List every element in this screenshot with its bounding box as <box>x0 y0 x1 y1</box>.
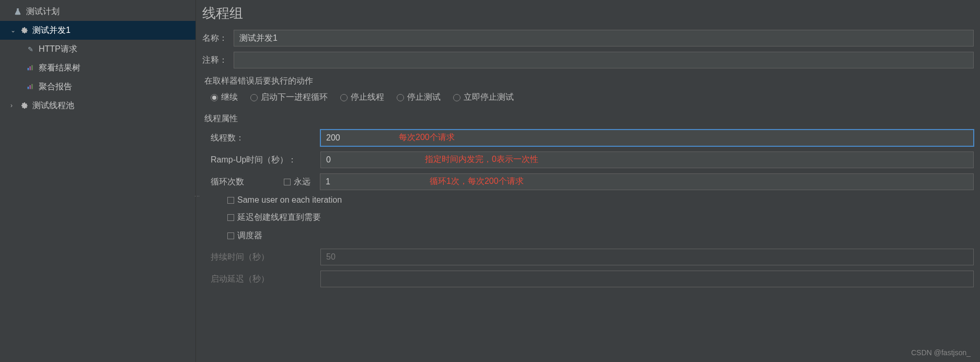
comment-input[interactable] <box>234 52 974 68</box>
radio-icon <box>397 94 404 101</box>
chart-icon <box>25 84 36 90</box>
gear-icon <box>19 26 29 34</box>
duration-input[interactable] <box>320 249 974 265</box>
gear-icon <box>19 101 29 110</box>
forever-checkbox[interactable]: 永远 <box>284 177 310 188</box>
chart-icon <box>25 65 36 71</box>
tree-item-result-tree[interactable]: 察看结果树 <box>0 59 195 77</box>
scheduler-checkbox[interactable]: 调度器 <box>211 230 974 241</box>
checkbox-icon <box>227 197 234 204</box>
radio-icon <box>250 94 258 101</box>
svg-rect-1 <box>30 66 31 71</box>
radio-continue[interactable]: 继续 <box>211 92 238 103</box>
threads-input[interactable] <box>320 130 974 146</box>
radio-next-loop[interactable]: 启动下一进程循环 <box>250 92 328 103</box>
tree-label: HTTP请求 <box>39 44 77 55</box>
svg-rect-0 <box>28 68 29 71</box>
rampup-input[interactable] <box>320 151 974 168</box>
loop-input[interactable] <box>320 173 974 190</box>
startup-delay-label: 启动延迟（秒） <box>211 274 320 285</box>
sidebar-tree: 测试计划 ⌄ 测试并发1 ✎ HTTP请求 察看结果树 聚合报告 › 测试线程池 <box>0 0 196 362</box>
watermark: CSDN @fastjson_ <box>911 348 971 357</box>
rampup-label: Ramp-Up时间（秒）： <box>211 155 320 166</box>
tree-item-thread-group[interactable]: ⌄ 测试并发1 <box>0 21 195 40</box>
tree-item-http-request[interactable]: ✎ HTTP请求 <box>0 40 195 59</box>
svg-rect-5 <box>31 84 32 89</box>
tree-label: 测试计划 <box>26 6 60 17</box>
flask-icon <box>13 8 23 15</box>
startup-delay-input[interactable] <box>320 271 974 287</box>
thread-props-title: 线程属性 <box>204 113 974 124</box>
svg-rect-4 <box>30 85 31 89</box>
same-user-checkbox[interactable]: Same user on each iteration <box>211 195 974 205</box>
tree-label: 测试并发1 <box>32 25 71 36</box>
error-action-group: 继续 启动下一进程循环 停止线程 停止测试 立即停止测试 <box>202 92 974 103</box>
name-input[interactable] <box>234 30 974 46</box>
panel-title: 线程组 <box>202 4 974 22</box>
radio-stop-test[interactable]: 停止测试 <box>397 92 441 103</box>
comment-label: 注释： <box>202 55 228 66</box>
tree-item-aggregate-report[interactable]: 聚合报告 <box>0 77 195 96</box>
checkbox-icon <box>227 232 234 239</box>
tree-label: 聚合报告 <box>39 81 72 92</box>
threads-label: 线程数： <box>211 133 320 144</box>
tree-label: 察看结果树 <box>39 63 80 74</box>
tree-item-plan[interactable]: 测试计划 <box>0 2 195 21</box>
radio-icon <box>340 94 348 101</box>
svg-rect-3 <box>28 87 29 89</box>
tree-item-thread-pool[interactable]: › 测试线程池 <box>0 96 195 115</box>
main-panel: 线程组 名称： 注释： 在取样器错误后要执行的动作 继续 启动下一进程循环 停止… <box>196 0 980 362</box>
radio-icon <box>453 94 460 101</box>
name-label: 名称： <box>202 33 228 44</box>
radio-stop-now[interactable]: 立即停止测试 <box>453 92 514 103</box>
splitter-handle-icon[interactable]: ⋮ <box>194 193 201 199</box>
pencil-icon: ✎ <box>25 45 36 53</box>
duration-label: 持续时间（秒） <box>211 252 320 263</box>
radio-stop-thread[interactable]: 停止线程 <box>340 92 384 103</box>
checkbox-icon <box>284 179 291 185</box>
svg-rect-2 <box>31 65 32 71</box>
tree-label: 测试线程池 <box>32 100 74 111</box>
radio-icon <box>211 94 218 101</box>
chevron-down-icon: ⌄ <box>10 27 18 34</box>
delay-create-checkbox[interactable]: 延迟创建线程直到需要 <box>211 212 974 223</box>
error-action-title: 在取样器错误后要执行的动作 <box>204 76 974 87</box>
chevron-right-icon: › <box>10 102 18 109</box>
checkbox-icon <box>227 214 234 221</box>
